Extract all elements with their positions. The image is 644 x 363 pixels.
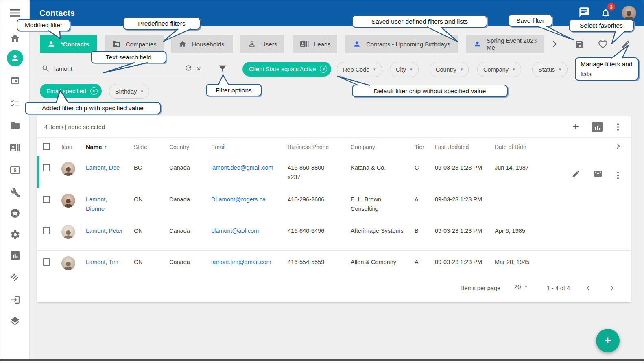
chevron-down-icon: ▾	[513, 67, 515, 72]
column-header-tier[interactable]: Tier	[415, 144, 435, 150]
cell-phone: 416-554-5559	[288, 258, 340, 267]
window-edge	[0, 361, 644, 363]
notifications-bell-icon[interactable]: 3	[599, 6, 613, 20]
row-menu-kebab-icon[interactable]	[616, 170, 620, 181]
user-avatar[interactable]	[622, 6, 636, 20]
email-link[interactable]: DLamont@rogers.ca	[211, 196, 266, 203]
sign-in-icon[interactable]	[7, 291, 23, 308]
tab-contacts[interactable]: *Contacts	[40, 35, 97, 53]
filter-chip-status[interactable]: Status▾	[532, 62, 568, 77]
tab-leads[interactable]: Leads	[293, 35, 337, 53]
filter-chip-birthday[interactable]: Birthday▾	[109, 84, 149, 99]
expand-columns-icon[interactable]	[614, 142, 622, 151]
remove-filter-icon[interactable]: ×	[320, 66, 327, 73]
tab-users[interactable]: Users	[240, 35, 284, 53]
column-header-email[interactable]: Email	[211, 144, 288, 150]
add-column-icon[interactable]: +	[572, 121, 579, 132]
tools-wrench-icon[interactable]	[7, 184, 23, 201]
send-email-icon[interactable]	[593, 169, 603, 181]
contact-photo[interactable]	[61, 225, 75, 239]
tab-companies[interactable]: Companies	[105, 35, 164, 53]
remove-filter-icon[interactable]: ×	[90, 87, 98, 95]
previous-page-icon[interactable]	[583, 283, 594, 293]
clear-search-icon[interactable]: ×	[196, 65, 201, 72]
select-all-checkbox[interactable]	[43, 143, 50, 150]
address-book-icon[interactable]	[7, 140, 23, 156]
contact-photo[interactable]	[61, 194, 75, 208]
tabs-scroll-right-icon[interactable]	[550, 39, 559, 49]
chevron-down-icon: ▾	[373, 67, 376, 72]
tab-contacts-upcoming-birthdays[interactable]: Contacts - Upcoming Birthdays	[345, 35, 458, 53]
cell-phone: 416-640-6496	[288, 226, 340, 236]
table-row[interactable]: Lamont, Tim ON Canada lamont.tim@gmail.c…	[37, 251, 631, 278]
column-header-company[interactable]: Company	[351, 144, 415, 150]
row-checkbox[interactable]	[43, 227, 50, 234]
documents-folder-icon[interactable]	[7, 117, 23, 133]
add-contact-fab[interactable]: +	[596, 329, 620, 352]
filter-chip-city[interactable]: City▾	[390, 62, 419, 77]
chat-icon[interactable]	[579, 7, 590, 20]
contact-name-link[interactable]: Lamont, Tim	[86, 259, 118, 265]
cell-company: Katana & Co.	[351, 163, 415, 173]
contact-name-link[interactable]: Lamont, Peter	[86, 227, 123, 234]
filter-funnel-icon[interactable]	[217, 63, 228, 75]
page-size-select[interactable]: 20 ▾	[511, 284, 530, 293]
contact-photo[interactable]	[61, 162, 75, 176]
tab-label: Contacts - Upcoming Birthdays	[366, 41, 450, 48]
table-row[interactable]: Lamont, Dionne ON Canada DLamont@rogers.…	[37, 188, 631, 219]
edit-contact-icon[interactable]	[572, 169, 581, 181]
table-menu-kebab-icon[interactable]	[616, 122, 620, 132]
sort-asc-icon: ↑	[105, 144, 107, 150]
refresh-icon[interactable]	[184, 64, 192, 74]
partners-handshake-icon[interactable]	[7, 269, 23, 285]
contact-name-link[interactable]: Lamont, Dee	[86, 164, 120, 171]
contact-photo[interactable]	[61, 256, 75, 270]
filter-chip-rep-code[interactable]: Rep Code▾	[337, 62, 382, 77]
sidebar: $	[0, 0, 30, 363]
calendar-icon[interactable]	[7, 72, 23, 89]
manage-filters-pencil-icon[interactable]	[620, 38, 632, 50]
column-header-name[interactable]: Name↑	[86, 144, 134, 150]
tab-spring-event-2023[interactable]: Spring Event 2023 Me	[466, 35, 544, 53]
table-row[interactable]: Lamont, Peter ON Canada plamont@aol.com …	[37, 219, 631, 251]
search-icon	[41, 64, 50, 73]
email-link[interactable]: lamont.dee@gmail.com	[211, 164, 273, 171]
filter-chip-country[interactable]: Country▾	[430, 62, 469, 77]
tasks-icon[interactable]	[7, 95, 23, 111]
favorites-heart-icon[interactable]	[597, 38, 609, 50]
column-chart-icon[interactable]	[592, 122, 603, 132]
column-header-dob[interactable]: Date of Birth	[495, 144, 547, 150]
layers-icon[interactable]	[7, 313, 23, 329]
column-header-phone[interactable]: Business Phone	[288, 144, 351, 150]
column-header-updated[interactable]: Last Updated	[435, 144, 495, 150]
cell-last-updated: 09-03-23 1:23 PM	[435, 258, 495, 267]
chip-label: Email specified	[46, 88, 86, 94]
filter-chip-email-specified[interactable]: Email specified ×	[40, 84, 102, 98]
column-header-icon[interactable]: Icon	[61, 144, 86, 150]
contacts-nav-icon[interactable]	[7, 50, 23, 66]
reports-chart-icon[interactable]	[7, 247, 23, 264]
cell-state: ON	[134, 195, 169, 204]
save-filter-icon[interactable]	[574, 38, 586, 50]
callout-default-chip: Default filter chip without specified va…	[352, 85, 508, 97]
contact-name-link[interactable]: Lamont, Dionne	[86, 196, 107, 212]
home-icon[interactable]	[7, 30, 23, 46]
row-checkbox[interactable]	[43, 258, 50, 266]
email-link[interactable]: plamont@aol.com	[211, 227, 259, 234]
filter-chip-company[interactable]: Company▾	[477, 62, 521, 77]
row-checkbox[interactable]	[43, 196, 50, 203]
column-header-country[interactable]: Country	[169, 144, 211, 150]
invoice-icon[interactable]: $	[7, 162, 23, 178]
email-link[interactable]: lamont.tim@gmail.com	[211, 259, 271, 265]
chevron-down-icon: ▾	[141, 89, 143, 94]
tab-households[interactable]: Households	[171, 35, 233, 53]
row-checkbox[interactable]	[43, 164, 50, 171]
settings-gear-icon[interactable]	[7, 226, 23, 243]
callout-predefined-filters: Predefined filters	[123, 17, 201, 30]
favorites-star-icon[interactable]	[7, 205, 23, 221]
column-header-state[interactable]: State	[134, 144, 169, 150]
filter-chip-client-state[interactable]: Client State equals Active ×	[242, 62, 331, 77]
search-input[interactable]	[54, 65, 180, 72]
next-page-icon[interactable]	[607, 283, 617, 293]
table-row[interactable]: Lamont, Dee BC Canada lamont.dee@gmail.c…	[37, 156, 631, 188]
